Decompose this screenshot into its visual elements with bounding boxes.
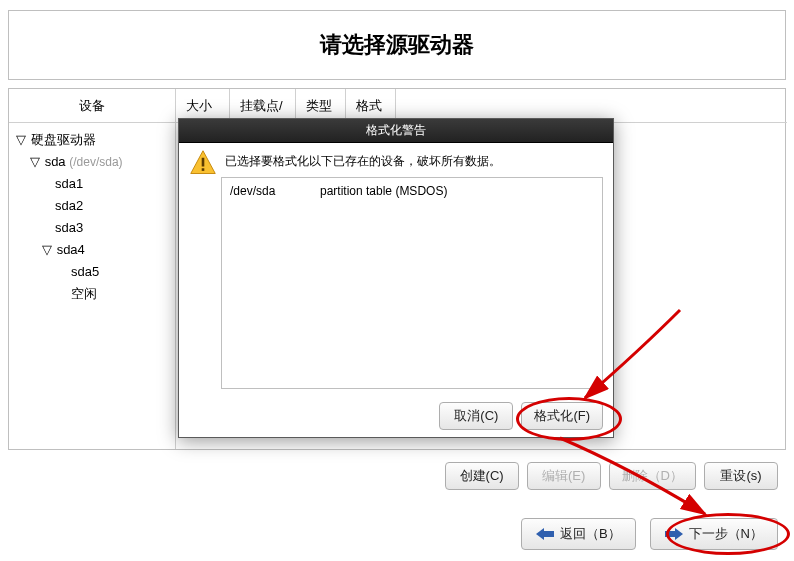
format-warning-dialog: 格式化警告 已选择要格式化以下已存在的设备，破坏所有数据。 /dev/sda p…	[178, 118, 614, 438]
delete-button[interactable]: 删除（D）	[609, 462, 696, 490]
tree-node-sda1[interactable]: sda1	[15, 173, 169, 195]
svg-marker-0	[536, 528, 554, 540]
expander-icon[interactable]: ▽	[41, 239, 53, 261]
device-column-header: 设备	[9, 89, 175, 123]
wizard-nav: 返回（B） 下一步（N）	[8, 516, 786, 552]
next-button-label: 下一步（N）	[689, 525, 763, 543]
tree-node-sda2[interactable]: sda2	[15, 195, 169, 217]
reset-button[interactable]: 重设(s)	[704, 462, 778, 490]
app-root: 请选择源驱动器 设备 ▽ 硬盘驱动器 ▽ sda (/dev/sda) sda1…	[0, 0, 794, 561]
device-list: /dev/sda partition table (MSDOS)	[221, 177, 603, 389]
arrow-right-icon	[665, 528, 683, 540]
device-path: (/dev/sda)	[69, 155, 122, 169]
back-button[interactable]: 返回（B）	[521, 518, 636, 550]
expander-icon[interactable]: ▽	[15, 129, 27, 151]
tree-node-sda5[interactable]: sda5	[15, 261, 169, 283]
dialog-body: 已选择要格式化以下已存在的设备，破坏所有数据。 /dev/sda partiti…	[179, 143, 613, 395]
edit-button[interactable]: 编辑(E)	[527, 462, 601, 490]
cancel-button[interactable]: 取消(C)	[439, 402, 513, 430]
svg-rect-3	[202, 158, 205, 167]
tree-node-sda3[interactable]: sda3	[15, 217, 169, 239]
dialog-button-bar: 取消(C) 格式化(F)	[179, 395, 613, 437]
back-button-label: 返回（B）	[560, 525, 621, 543]
warning-row: 已选择要格式化以下已存在的设备，破坏所有数据。	[189, 149, 603, 177]
partition-toolbar: 创建(C) 编辑(E) 删除（D） 重设(s)	[8, 458, 786, 494]
expander-icon[interactable]: ▽	[29, 151, 41, 173]
device-name: /dev/sda	[230, 184, 320, 198]
warning-message: 已选择要格式化以下已存在的设备，破坏所有数据。	[225, 149, 501, 170]
warning-icon	[189, 149, 217, 177]
next-button[interactable]: 下一步（N）	[650, 518, 778, 550]
create-button[interactable]: 创建(C)	[445, 462, 519, 490]
tree-node-free[interactable]: 空闲	[15, 283, 169, 305]
svg-marker-1	[665, 528, 683, 540]
page-title: 请选择源驱动器	[320, 30, 474, 60]
device-column: 设备 ▽ 硬盘驱动器 ▽ sda (/dev/sda) sda1 sda2 sd…	[9, 89, 175, 449]
title-panel: 请选择源驱动器	[8, 10, 786, 80]
tree-node-harddrives[interactable]: ▽ 硬盘驱动器	[15, 129, 169, 151]
tree-node-sda4[interactable]: ▽ sda4	[15, 239, 169, 261]
device-tree[interactable]: ▽ 硬盘驱动器 ▽ sda (/dev/sda) sda1 sda2 sda3 …	[9, 123, 175, 311]
format-button[interactable]: 格式化(F)	[521, 402, 603, 430]
arrow-left-icon	[536, 528, 554, 540]
tree-node-sda[interactable]: ▽ sda (/dev/sda)	[15, 151, 169, 173]
svg-rect-4	[202, 168, 205, 171]
device-desc: partition table (MSDOS)	[320, 184, 447, 198]
device-row: /dev/sda partition table (MSDOS)	[230, 184, 594, 198]
dialog-title: 格式化警告	[179, 119, 613, 143]
